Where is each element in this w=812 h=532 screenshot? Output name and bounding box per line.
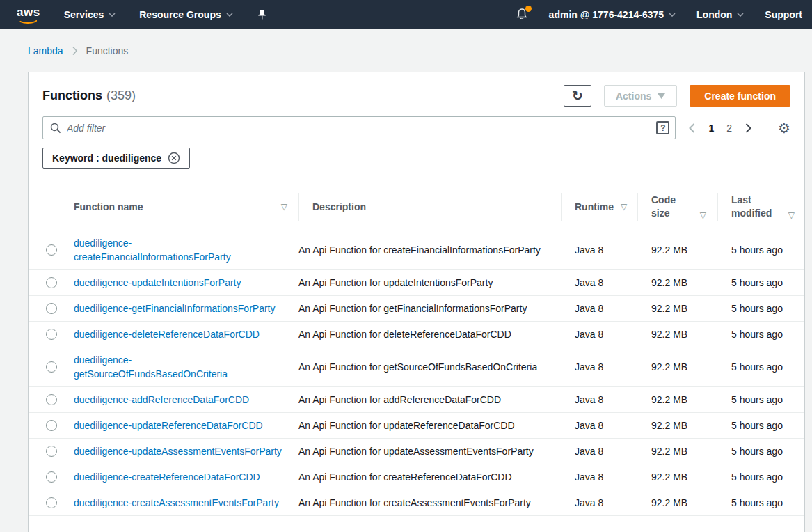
table-row: duediligence-createReferenceDataForCDD A…	[29, 464, 804, 490]
breadcrumb-functions: Functions	[86, 45, 129, 56]
functions-count: (359)	[106, 88, 136, 103]
function-code-size: 92.2 MB	[637, 490, 717, 515]
table-row: duediligence-addReferenceDataForCDD An A…	[29, 387, 804, 413]
keyboard-shortcut-hint: ?	[656, 121, 669, 134]
function-last-modified: 5 hours ago	[717, 490, 806, 515]
page-number-1[interactable]: 1	[708, 123, 714, 134]
row-radio-button[interactable]	[46, 420, 57, 431]
chevron-left-icon	[688, 123, 696, 134]
row-radio-button[interactable]	[46, 394, 57, 405]
page-number-2[interactable]: 2	[726, 123, 732, 134]
function-code-size: 92.2 MB	[637, 439, 717, 464]
aws-logo[interactable]: aws	[17, 6, 40, 24]
function-runtime: Java 8	[561, 296, 637, 321]
nav-account-menu[interactable]: admin @ 1776-4214-6375	[549, 9, 676, 20]
row-radio-button[interactable]	[46, 497, 57, 508]
previous-page-button[interactable]	[688, 123, 696, 134]
function-description: An Api Function for getSourceOfFundsBase…	[298, 347, 561, 386]
function-name-link[interactable]: duediligence-getSourceOfFundsBasedOnCrit…	[74, 353, 285, 381]
function-name-link[interactable]: duediligence-createReferenceDataForCDD	[74, 470, 285, 484]
function-description: An Api Function for deleteReferenceDataF…	[298, 322, 561, 347]
account-label: admin @ 1776-4214-6375	[549, 9, 664, 20]
function-description: An Api Function for createFinancialInfor…	[298, 230, 561, 269]
applied-filters: Keyword : duediligence	[42, 148, 790, 169]
row-radio-button[interactable]	[46, 361, 57, 373]
actions-button[interactable]: Actions	[604, 85, 677, 107]
keyword-filter-label: Keyword : duediligence	[52, 152, 161, 164]
header-select-column	[29, 184, 74, 230]
nav-region-menu[interactable]: London	[696, 9, 744, 20]
nav-services-menu[interactable]: Services	[64, 9, 116, 20]
remove-filter-button[interactable]	[168, 152, 180, 164]
notification-badge	[525, 6, 532, 12]
row-radio-button[interactable]	[46, 244, 57, 256]
function-runtime: Java 8	[561, 270, 637, 295]
function-name-link[interactable]: duediligence-deleteReferenceDataForCDD	[74, 327, 285, 341]
row-radio-button[interactable]	[46, 446, 57, 457]
function-last-modified: 5 hours ago	[717, 322, 806, 347]
filter-input[interactable]	[67, 123, 656, 134]
table-row: duediligence-createAssessmentEventsForPa…	[29, 490, 804, 516]
header-description[interactable]: Description	[298, 184, 561, 230]
header-function-name[interactable]: Function name ▽	[74, 184, 298, 230]
settings-gear-icon[interactable]: ⚙	[778, 121, 790, 135]
refresh-icon: ↻	[572, 88, 583, 104]
top-nav: aws Services Resource Groups admin @ 177…	[0, 0, 812, 29]
row-radio-button[interactable]	[46, 471, 57, 483]
filter-search-box[interactable]: ?	[42, 116, 676, 139]
function-name-link[interactable]: duediligence-getFinancialInformationsFor…	[74, 302, 285, 315]
filter-row: ? 1 2 ⚙	[42, 116, 790, 139]
functions-table: Function name ▽ Description Runtime ▽ Co…	[29, 184, 804, 516]
function-runtime: Java 8	[561, 490, 637, 515]
function-name-link[interactable]: duediligence-updateAssessmentEventsForPa…	[74, 444, 285, 458]
function-name-link[interactable]: duediligence-addReferenceDataForCDD	[74, 393, 285, 407]
nav-resource-groups-menu[interactable]: Resource Groups	[139, 9, 232, 20]
function-code-size: 92.2 MB	[637, 387, 717, 412]
function-name-link[interactable]: duediligence-createFinancialInformations…	[74, 236, 285, 264]
function-runtime: Java 8	[561, 413, 637, 438]
search-icon	[50, 123, 61, 134]
sort-icon: ▽	[783, 210, 795, 220]
function-runtime: Java 8	[561, 230, 637, 269]
create-function-label: Create function	[704, 91, 776, 102]
sort-icon: ▽	[694, 210, 706, 220]
row-radio-button[interactable]	[46, 303, 57, 314]
actions-button-label: Actions	[616, 91, 651, 102]
function-description: An Api Function for createReferenceDataF…	[298, 464, 561, 490]
nav-support-menu[interactable]: Support	[765, 9, 802, 20]
header-code-size-label: Code size	[651, 194, 685, 220]
function-runtime: Java 8	[561, 347, 637, 386]
function-last-modified: 5 hours ago	[717, 387, 806, 412]
support-label: Support	[765, 9, 802, 20]
table-row: duediligence-getSourceOfFundsBasedOnCrit…	[29, 347, 804, 387]
function-name-link[interactable]: duediligence-updateIntentionsForParty	[74, 276, 285, 290]
row-radio-button[interactable]	[46, 277, 57, 288]
function-last-modified: 5 hours ago	[717, 296, 806, 321]
sort-icon: ▽	[276, 202, 287, 212]
header-runtime[interactable]: Runtime ▽	[561, 184, 637, 230]
breadcrumb-lambda[interactable]: Lambda	[28, 45, 63, 56]
pin-icon[interactable]	[257, 9, 267, 20]
chevron-down-icon	[226, 13, 233, 17]
notifications-bell[interactable]	[516, 8, 528, 21]
function-last-modified: 5 hours ago	[717, 230, 806, 269]
region-label: London	[696, 9, 732, 20]
aws-smile-icon	[17, 19, 38, 24]
sort-icon: ▽	[615, 202, 627, 212]
header-last-modified[interactable]: Last modified ▽	[717, 184, 806, 230]
function-runtime: Java 8	[561, 322, 637, 347]
create-function-button[interactable]: Create function	[690, 85, 790, 107]
refresh-button[interactable]: ↻	[564, 85, 591, 107]
function-name-link[interactable]: duediligence-createAssessmentEventsForPa…	[74, 496, 285, 510]
toolbar: Functions (359) ↻ Actions Create functio…	[42, 85, 790, 107]
function-code-size: 92.2 MB	[637, 270, 717, 295]
header-function-name-label: Function name	[74, 201, 143, 212]
row-radio-button[interactable]	[46, 329, 57, 340]
functions-panel: Functions (359) ↻ Actions Create functio…	[28, 72, 805, 532]
header-code-size[interactable]: Code size ▽	[637, 184, 717, 230]
next-page-button[interactable]	[745, 123, 752, 134]
function-name-link[interactable]: duediligence-updateReferenceDataForCDD	[74, 418, 285, 432]
function-code-size: 92.2 MB	[637, 230, 717, 269]
function-runtime: Java 8	[561, 439, 637, 464]
chevron-down-icon	[109, 13, 116, 17]
